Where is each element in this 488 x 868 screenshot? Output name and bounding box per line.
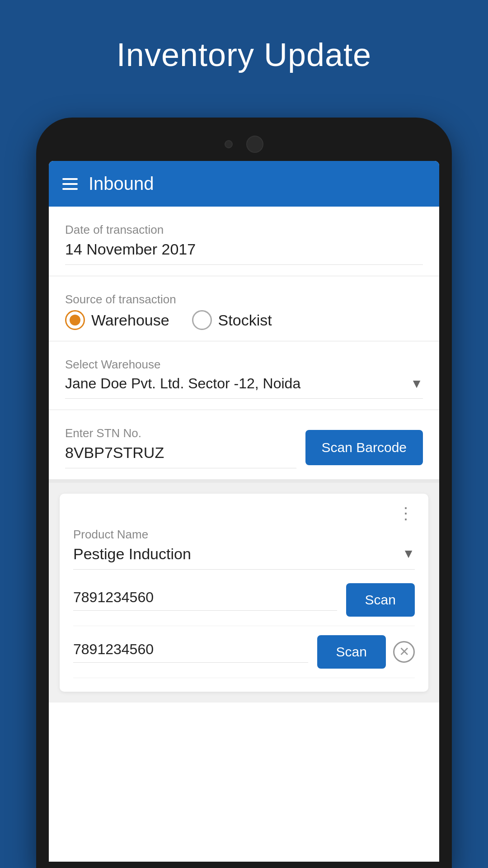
hamburger-menu-button[interactable] <box>62 178 78 190</box>
speaker <box>246 136 263 153</box>
date-value: 14 November 2017 <box>65 241 423 265</box>
product-card-area: ⋮ Product Name Pestige Induction ▼ 78912… <box>49 483 439 703</box>
stn-label: Enter STN No. <box>65 426 296 440</box>
warehouse-dropdown[interactable]: Jane Doe Pvt. Ltd. Sector -12, Noida ▼ <box>65 375 423 399</box>
product-name-dropdown[interactable]: Pestige Induction ▼ <box>73 545 415 570</box>
close-icon: ✕ <box>399 644 409 659</box>
warehouse-value: Jane Doe Pvt. Ltd. Sector -12, Noida <box>65 375 300 392</box>
scan-button-2[interactable]: Scan <box>317 635 386 669</box>
date-section: Date of transaction 14 November 2017 <box>49 207 439 276</box>
close-button-2[interactable]: ✕ <box>393 641 415 663</box>
radio-outer-warehouse <box>65 310 85 330</box>
stn-row: Enter STN No. 8VBP7STRUZ Scan Barcode <box>65 426 423 468</box>
hamburger-line-3 <box>62 188 78 190</box>
app-bar-title: Inbound <box>89 174 154 194</box>
scan-row-2: 7891234560 Scan ✕ <box>73 635 415 678</box>
source-radio-group: Warehouse Stockist <box>65 310 423 330</box>
phone-screen: Inbound Date of transaction 14 November … <box>49 161 439 862</box>
product-card: ⋮ Product Name Pestige Induction ▼ 78912… <box>60 494 428 692</box>
radio-label-warehouse: Warehouse <box>91 311 169 329</box>
radio-label-stockist: Stockist <box>218 311 272 329</box>
hamburger-line-2 <box>62 183 78 185</box>
app-bar: Inbound <box>49 161 439 207</box>
front-camera <box>225 140 233 148</box>
warehouse-label: Select Warehouse <box>65 358 423 372</box>
radio-inner-warehouse <box>70 315 80 326</box>
more-vert-icon[interactable]: ⋮ <box>398 507 415 520</box>
product-name-value: Pestige Induction <box>73 545 191 563</box>
stn-input-area: Enter STN No. 8VBP7STRUZ <box>65 426 296 468</box>
radio-outer-stockist <box>192 310 212 330</box>
radio-warehouse[interactable]: Warehouse <box>65 310 169 330</box>
hamburger-line-1 <box>62 178 78 180</box>
radio-stockist[interactable]: Stockist <box>192 310 272 330</box>
scan-btn-row-2: Scan ✕ <box>317 635 415 669</box>
source-section: Source of transaction Warehouse Stockist <box>49 276 439 341</box>
stn-value: 8VBP7STRUZ <box>65 444 296 468</box>
barcode-value-1: 7891234560 <box>73 589 337 611</box>
card-header: ⋮ <box>73 507 415 520</box>
warehouse-dropdown-arrow: ▼ <box>410 377 423 391</box>
scan-button-1[interactable]: Scan <box>346 583 415 617</box>
product-name-label: Product Name <box>73 528 415 542</box>
warehouse-section: Select Warehouse Jane Doe Pvt. Ltd. Sect… <box>49 341 439 410</box>
barcode-value-2: 7891234560 <box>73 641 308 663</box>
date-label: Date of transaction <box>65 223 423 237</box>
page-title: Inventory Update <box>0 36 488 73</box>
main-content: Date of transaction 14 November 2017 Sou… <box>49 207 439 862</box>
scan-btn-row-1: Scan <box>346 583 415 617</box>
scan-row-1: 7891234560 Scan <box>73 583 415 626</box>
phone-top-bar <box>49 131 439 161</box>
phone-frame: Inbound Date of transaction 14 November … <box>36 118 452 868</box>
scan-barcode-button[interactable]: Scan Barcode <box>305 430 423 465</box>
stn-section: Enter STN No. 8VBP7STRUZ Scan Barcode <box>49 410 439 483</box>
product-dropdown-arrow: ▼ <box>402 547 415 561</box>
source-label: Source of transaction <box>65 292 423 307</box>
